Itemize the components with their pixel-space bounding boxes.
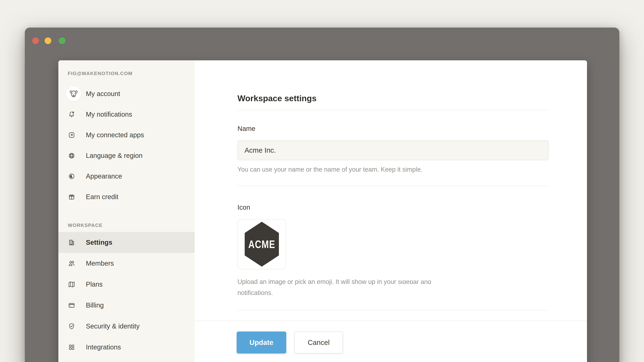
update-button[interactable]: Update [237,332,286,354]
window-titlebar [25,27,619,60]
settings-content: Workspace settings Name You can use your… [195,60,587,362]
sidebar-item-label: My account [86,90,120,97]
page-title: Workspace settings [238,93,316,103]
settings-modal: FIG@MAKENOTION.COM My accou [58,60,587,362]
grid-icon [68,344,76,351]
cancel-button[interactable]: Cancel [294,332,343,354]
divider [238,110,548,110]
sidebar-item-label: My connected apps [86,131,144,139]
icon-field-label: Icon [238,204,250,211]
sidebar-item-label: Integrations [86,344,121,351]
sidebar-item-my-notifications[interactable]: My notifications [58,104,195,125]
icon-helper-clipped-text: sidebar and [398,276,431,287]
sidebar-item-label: My notifications [86,111,132,118]
sidebar-item-language-region[interactable]: Language & region [58,145,195,166]
shield-check-icon [68,323,76,330]
sidebar-item-integrations[interactable]: Integrations [58,337,195,358]
sidebar-item-plans[interactable]: Plans [58,274,195,295]
sidebar-item-label: Appearance [86,172,122,180]
account-email-heading: FIG@MAKENOTION.COM [58,70,195,77]
arrow-up-right-square-icon [68,131,76,139]
sidebar-item-my-account[interactable]: My account [58,83,195,104]
app-window: FIG@MAKENOTION.COM My accou [25,27,619,362]
sidebar-item-my-connected-apps[interactable]: My connected apps [58,125,195,145]
workspace-heading: WORKSPACE [58,222,195,229]
icon-helper-text: Upload an image or pick an emoji. It wil… [238,276,522,298]
moon-circle-icon [68,172,76,180]
acme-logo: ACME [245,222,279,267]
name-field-label: Name [238,125,256,132]
gift-icon [68,193,76,201]
divider [238,310,548,310]
close-window-button[interactable] [32,37,39,44]
minimize-window-button[interactable] [44,37,51,44]
icon-helper-line1: Upload an image or pick an emoji. It wil… [238,276,522,287]
dog-avatar [66,86,81,101]
sidebar-item-security-identity[interactable]: Security & identity [58,316,195,337]
building-icon [68,239,76,246]
people-icon [68,260,76,267]
credit-card-icon [68,302,76,309]
acme-logo-text: ACME [248,238,275,251]
workspace-icon-tile[interactable]: ACME [238,219,286,269]
bell-badge-icon [68,111,76,118]
sidebar-item-members[interactable]: Members [58,253,195,274]
sidebar-item-label: Language & region [86,152,142,159]
settings-sidebar: FIG@MAKENOTION.COM My accou [58,60,195,362]
sidebar-item-label: Billing [86,302,104,309]
footer-divider [195,321,587,321]
name-helper-text: You can use your name or the name of you… [238,164,522,175]
sidebar-item-earn-credit[interactable]: Earn credit [58,187,195,207]
sidebar-item-label: Earn credit [86,193,118,201]
sidebar-item-appearance[interactable]: Appearance [58,166,195,187]
sidebar-item-settings[interactable]: Settings [58,232,195,253]
sidebar-item-billing[interactable]: Billing [58,295,195,316]
map-icon [68,281,76,288]
divider [238,186,548,186]
sidebar-item-label: Security & identity [86,323,140,330]
sidebar-item-label: Members [86,260,114,267]
workspace-name-input[interactable] [238,140,548,160]
sidebar-item-label: Plans [86,281,103,288]
desktop-background: FIG@MAKENOTION.COM My accou [0,0,644,362]
sidebar-item-label: Settings [86,239,112,246]
globe-icon [68,152,76,160]
zoom-window-button[interactable] [59,37,66,44]
icon-helper-line2: notifications. [238,287,522,298]
